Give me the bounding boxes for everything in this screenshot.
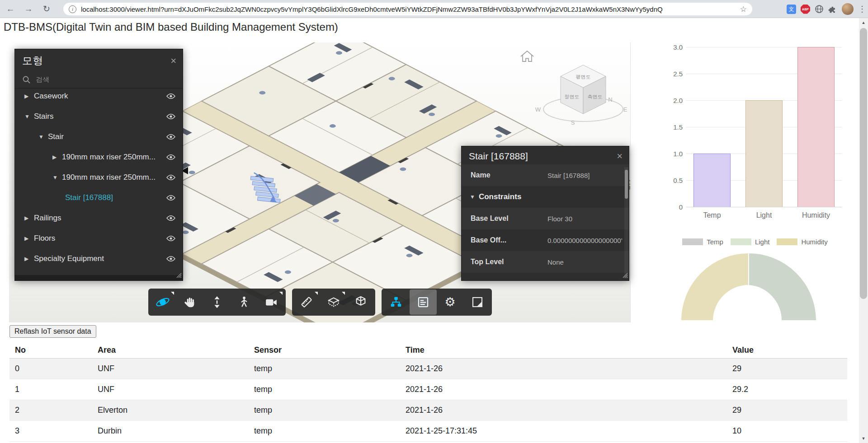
- compass-north-label: N: [608, 96, 612, 103]
- adblock-extension-icon[interactable]: ABP: [801, 5, 810, 14]
- model-panel-title: 모형: [22, 54, 43, 68]
- legend-color-swatch: [777, 238, 797, 245]
- scroll-up-icon[interactable]: ▲: [859, 18, 868, 27]
- globe-extension-icon[interactable]: [815, 5, 824, 14]
- legend-color-swatch: [731, 238, 751, 245]
- chevron-right-icon[interactable]: ▶: [24, 215, 31, 221]
- translate-extension-icon[interactable]: 文: [787, 5, 796, 14]
- model-panel-header[interactable]: 모형 ×: [15, 49, 183, 70]
- submenu-indicator-icon: [342, 292, 345, 295]
- fullscreen-button[interactable]: [464, 289, 491, 315]
- visibility-eye-icon[interactable]: [166, 154, 175, 160]
- legend-item-light[interactable]: Light: [731, 238, 770, 246]
- scrollbar-thumb[interactable]: [860, 28, 867, 299]
- url-bar[interactable]: i localhost:3000/viewer.html?urn=dXJuOmF…: [63, 3, 752, 15]
- first-person-tool-button[interactable]: [231, 289, 258, 315]
- property-category-constraints[interactable]: ▼ Constraints: [462, 186, 629, 208]
- table-row: 2 Elverton temp 2021-1-26 29: [9, 400, 847, 421]
- visibility-eye-icon[interactable]: [166, 113, 175, 120]
- property-scrollbar-thumb[interactable]: [625, 170, 628, 199]
- chevron-down-icon[interactable]: ▼: [470, 194, 475, 200]
- resize-grip-icon[interactable]: [623, 272, 628, 280]
- properties-button[interactable]: [410, 289, 437, 315]
- close-icon[interactable]: ×: [170, 56, 176, 66]
- chevron-right-icon[interactable]: ▶: [52, 154, 59, 160]
- chevron-down-icon[interactable]: ▼: [52, 174, 59, 181]
- page-title: DTB-BMS(Digital Twin and BIM based Build…: [4, 21, 338, 33]
- zoom-tool-button[interactable]: [203, 289, 231, 315]
- tree-item-specialty-equipment[interactable]: ▶ Specialty Equipment: [15, 248, 183, 269]
- tree-item-floors[interactable]: ▶ Floors: [15, 228, 183, 248]
- search-input[interactable]: [35, 75, 134, 84]
- tree-item-stair-type-2[interactable]: ▼ 190mm max riser 250mm...: [15, 167, 183, 187]
- property-row-base-level: Base Level Floor 30: [462, 208, 629, 229]
- profile-avatar[interactable]: [842, 3, 854, 15]
- refresh-iot-data-button[interactable]: Reflash IoT sensor data: [9, 325, 96, 338]
- explode-tool-button[interactable]: [347, 289, 374, 315]
- bookmark-star-icon[interactable]: ☆: [740, 5, 747, 14]
- settings-button[interactable]: ⚙: [437, 289, 464, 315]
- iot-sensor-table: No Area Sensor Time Value 0 UNF temp 202…: [9, 342, 847, 442]
- visibility-eye-icon[interactable]: [166, 93, 175, 99]
- section-tool-button[interactable]: [320, 289, 347, 315]
- search-icon: [22, 75, 30, 84]
- legend-item-temp[interactable]: Temp: [682, 238, 723, 246]
- visibility-eye-icon[interactable]: [166, 235, 175, 242]
- extensions-puzzle-icon[interactable]: [828, 5, 837, 14]
- home-view-icon[interactable]: [521, 51, 533, 61]
- gear-icon: ⚙: [444, 295, 455, 309]
- visibility-eye-icon[interactable]: [166, 256, 175, 262]
- resize-grip-icon[interactable]: [176, 272, 182, 280]
- compass-west-label: W: [535, 106, 541, 113]
- camera-tool-button[interactable]: [258, 289, 285, 315]
- close-icon[interactable]: ×: [617, 151, 623, 161]
- bar-temp: [693, 154, 731, 207]
- tree-item-stairs[interactable]: ▼ Stairs: [15, 106, 183, 126]
- submenu-indicator-icon: [171, 292, 174, 295]
- url-text[interactable]: localhost:3000/viewer.html?urn=dXJuOmFkc…: [81, 5, 736, 13]
- forward-button[interactable]: →: [21, 1, 36, 17]
- sensor-doughnut-chart: [665, 246, 845, 322]
- table-row: 0 UNF temp 2021-1-26 29: [9, 359, 847, 379]
- visibility-eye-icon[interactable]: [166, 174, 175, 181]
- viewcube-front-label: 정면도: [565, 94, 580, 99]
- scroll-down-icon[interactable]: ▼: [859, 434, 868, 443]
- property-row-base-offset: Base Off... 0.000000000000000000': [462, 229, 629, 251]
- site-info-icon[interactable]: i: [69, 5, 76, 13]
- viewer-toolbar: ⚙: [9, 289, 631, 316]
- property-panel-body: Name Stair [167888] ▼ Constraints Base L…: [462, 164, 629, 273]
- analysis-tool-group: [292, 289, 375, 316]
- tree-item-casework[interactable]: ▶ Casework: [15, 86, 183, 106]
- visibility-eye-icon[interactable]: [166, 195, 175, 201]
- measure-tool-button[interactable]: [293, 289, 320, 315]
- visibility-eye-icon[interactable]: [166, 134, 175, 140]
- table-row: 1 UNF temp 2021-1-26 29.2: [9, 379, 847, 400]
- y-tick-label: 1.0: [673, 150, 683, 158]
- property-row-top-level: Top Level None: [462, 251, 629, 273]
- visibility-eye-icon[interactable]: [166, 215, 175, 221]
- legend-item-humidity[interactable]: Humidity: [777, 238, 827, 246]
- viewcube[interactable]: 평면도 정면도 측면도 W S N E: [535, 65, 627, 126]
- tree-item-stair[interactable]: ▼ Stair: [15, 126, 183, 147]
- property-scrollbar[interactable]: [624, 167, 628, 279]
- property-panel-header[interactable]: Stair [167888] ×: [462, 146, 629, 164]
- reload-button[interactable]: ↻: [39, 1, 54, 17]
- gridline: [686, 207, 842, 207]
- page-scrollbar[interactable]: ▲ ▼: [859, 18, 868, 443]
- browser-menu-icon[interactable]: ⋮: [858, 4, 864, 14]
- orbit-tool-button[interactable]: [149, 289, 176, 315]
- back-button[interactable]: ←: [3, 1, 18, 17]
- chevron-right-icon[interactable]: ▶: [24, 235, 31, 242]
- tree-item-railings[interactable]: ▶ Railings: [15, 208, 183, 228]
- chevron-down-icon[interactable]: ▼: [24, 113, 31, 120]
- bar-chart-plot: [686, 47, 842, 207]
- tree-item-stair-167888[interactable]: Stair [167888]: [15, 187, 183, 208]
- chevron-right-icon[interactable]: ▶: [24, 93, 31, 99]
- column-header-value: Value: [727, 345, 847, 355]
- legend-color-swatch: [682, 238, 703, 245]
- model-browser-button[interactable]: [382, 289, 410, 315]
- tree-item-stair-type-1[interactable]: ▶ 190mm max riser 250mm...: [15, 147, 183, 167]
- chevron-right-icon[interactable]: ▶: [24, 256, 31, 262]
- pan-tool-button[interactable]: [176, 289, 203, 315]
- chevron-down-icon[interactable]: ▼: [38, 134, 45, 140]
